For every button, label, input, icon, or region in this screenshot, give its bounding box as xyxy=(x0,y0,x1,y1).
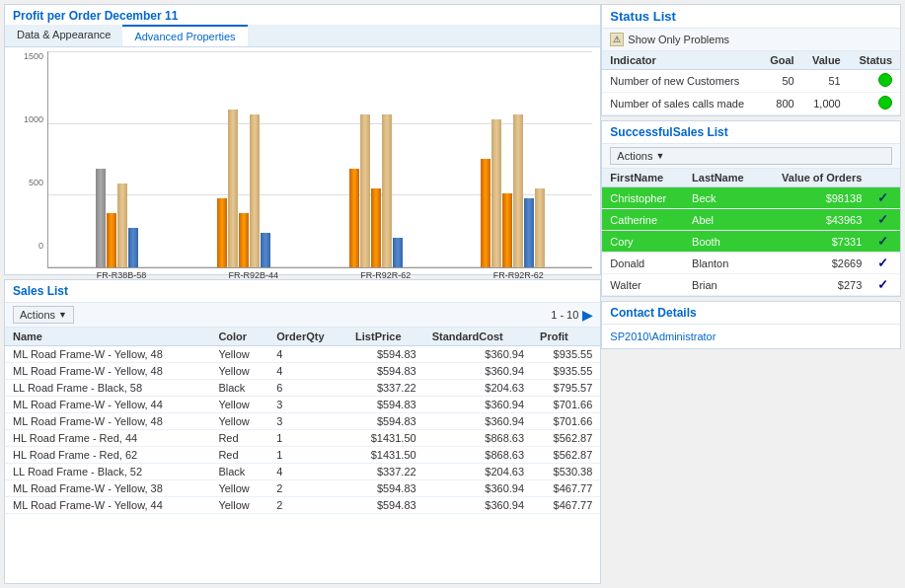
cell-profit: $701.66 xyxy=(532,397,600,413)
bar xyxy=(502,193,512,267)
sales-table-header: Name Color OrderQty ListPrice StandardCo… xyxy=(5,328,600,346)
cell-indicator: Number of sales calls made xyxy=(602,93,760,115)
pagination-next-icon[interactable]: ▶ xyxy=(582,308,592,323)
cell-check: ✓ xyxy=(869,253,900,274)
cell-order-value: $43963 xyxy=(761,209,869,231)
table-row: Christopher Beck $98138 ✓ xyxy=(602,187,900,209)
table-row: LL Road Frame - Black, 52 Black 4 $337.2… xyxy=(5,464,600,480)
bar xyxy=(524,198,534,267)
cell-check: ✓ xyxy=(869,231,900,253)
successful-sales-toolbar: Actions ▼ xyxy=(602,144,900,169)
main-container: Profit per Order December 11 Data & Appe… xyxy=(0,0,905,588)
cell-name: ML Road Frame-W - Yellow, 44 xyxy=(5,497,210,514)
cell-lastname: Brian xyxy=(684,274,761,296)
cell-lastname: Blanton xyxy=(684,253,761,274)
success-col-value: Value of Orders xyxy=(761,169,869,187)
success-col-check xyxy=(869,169,900,187)
cell-stdcost: $360.94 xyxy=(424,413,532,430)
chart-plot xyxy=(47,51,592,268)
bar xyxy=(349,169,359,267)
cell-listprice: $594.83 xyxy=(347,480,424,497)
success-table-body: Christopher Beck $98138 ✓ Catherine Abel… xyxy=(602,187,900,296)
cell-lastname: Beck xyxy=(684,187,761,209)
chart-group-2 xyxy=(217,110,270,267)
checkmark-icon: ✓ xyxy=(877,277,888,292)
cell-listprice: $594.83 xyxy=(347,497,424,514)
cell-listprice: $337.22 xyxy=(347,380,424,397)
chart-area: 1500 1000 500 0 xyxy=(5,47,600,274)
table-row: ML Road Frame-W - Yellow, 44 Yellow 3 $5… xyxy=(5,397,600,413)
col-header-profit: Profit xyxy=(532,328,600,346)
table-row: ML Road Frame-W - Yellow, 48 Yellow 4 $5… xyxy=(5,346,600,363)
chart-section: Profit per Order December 11 Data & Appe… xyxy=(4,4,601,275)
status-toolbar[interactable]: ⚠ Show Only Problems xyxy=(602,29,900,51)
cell-color: Yellow xyxy=(210,413,268,430)
cell-name: ML Road Frame-W - Yellow, 48 xyxy=(5,363,210,380)
status-table-body: Number of new Customers 50 51 Number of … xyxy=(602,70,900,115)
cell-check: ✓ xyxy=(869,187,900,209)
success-actions-button[interactable]: Actions ▼ xyxy=(610,147,892,165)
checkmark-icon: ✓ xyxy=(877,190,888,205)
cell-color: Yellow xyxy=(210,346,268,363)
cell-order-value: $98138 xyxy=(761,187,869,209)
bar xyxy=(491,119,501,267)
contact-details-title: Contact Details xyxy=(602,302,900,325)
bar xyxy=(371,188,381,267)
cell-profit: $530.38 xyxy=(532,464,600,480)
sales-table-body: ML Road Frame-W - Yellow, 48 Yellow 4 $5… xyxy=(5,346,600,514)
cell-qty: 3 xyxy=(268,397,347,413)
success-col-firstname: FirstName xyxy=(602,169,684,187)
col-header-listprice: ListPrice xyxy=(347,328,424,346)
chart-x-labels: FR-R38B-58 FR-R92B-44 FR-R92R-62 FR-R92R… xyxy=(13,268,592,280)
status-col-status: Status xyxy=(849,51,900,70)
chart-title: Profit per Order December 11 xyxy=(5,5,600,25)
cell-stdcost: $360.94 xyxy=(424,346,532,363)
cell-stdcost: $360.94 xyxy=(424,363,532,380)
bar xyxy=(535,188,545,267)
bar xyxy=(228,110,238,267)
cell-order-value: $2669 xyxy=(761,253,869,274)
cell-lastname: Abel xyxy=(684,209,761,231)
checkmark-icon: ✓ xyxy=(877,234,888,249)
cell-profit: $562.87 xyxy=(532,430,600,447)
cell-indicator: Number of new Customers xyxy=(602,70,760,93)
sales-section: Sales List Actions ▼ 1 - 10 ▶ Name Color… xyxy=(4,279,601,584)
col-header-color: Color xyxy=(210,328,268,346)
table-row: Number of sales calls made 800 1,000 xyxy=(602,93,900,115)
status-list-title: Status List xyxy=(602,5,900,29)
cell-qty: 3 xyxy=(268,413,347,430)
sales-actions-arrow-icon: ▼ xyxy=(58,310,67,320)
sales-actions-label: Actions xyxy=(20,309,55,321)
cell-lastname: Booth xyxy=(684,231,761,253)
table-row: Walter Brian $273 ✓ xyxy=(602,274,900,296)
cell-qty: 4 xyxy=(268,464,347,480)
chart-inner: 1500 1000 500 0 xyxy=(13,51,592,268)
sales-table: Name Color OrderQty ListPrice StandardCo… xyxy=(5,328,600,514)
bar xyxy=(96,169,106,267)
chart-group-1 xyxy=(96,169,138,267)
bar xyxy=(382,114,392,267)
status-dot-icon xyxy=(878,96,892,110)
show-only-problems-label: Show Only Problems xyxy=(628,34,729,45)
table-row: HL Road Frame - Red, 44 Red 1 $1431.50 $… xyxy=(5,430,600,447)
status-col-indicator: Indicator xyxy=(602,51,760,70)
checkmark-icon: ✓ xyxy=(877,212,888,227)
cell-qty: 2 xyxy=(268,497,347,514)
cell-firstname: Christopher xyxy=(602,187,684,209)
cell-name: ML Road Frame-W - Yellow, 48 xyxy=(5,346,210,363)
cell-name: ML Road Frame-W - Yellow, 44 xyxy=(5,397,210,413)
cell-status xyxy=(849,93,900,115)
table-row: ML Road Frame-W - Yellow, 48 Yellow 4 $5… xyxy=(5,363,600,380)
cell-color: Black xyxy=(210,464,268,480)
sales-actions-button[interactable]: Actions ▼ xyxy=(13,306,74,324)
bar xyxy=(261,233,270,267)
cell-color: Yellow xyxy=(210,363,268,380)
contact-value[interactable]: SP2010\Administrator xyxy=(602,325,900,348)
cell-qty: 4 xyxy=(268,363,347,380)
sales-toolbar: Actions ▼ 1 - 10 ▶ xyxy=(5,303,600,328)
right-panel: Status List ⚠ Show Only Problems Indicat… xyxy=(601,4,901,584)
cell-name: ML Road Frame-W - Yellow, 38 xyxy=(5,480,210,497)
cell-qty: 2 xyxy=(268,480,347,497)
tab-data-appearance[interactable]: Data & Appearance xyxy=(5,25,122,46)
tab-advanced-properties[interactable]: Advanced Properties xyxy=(122,25,247,46)
